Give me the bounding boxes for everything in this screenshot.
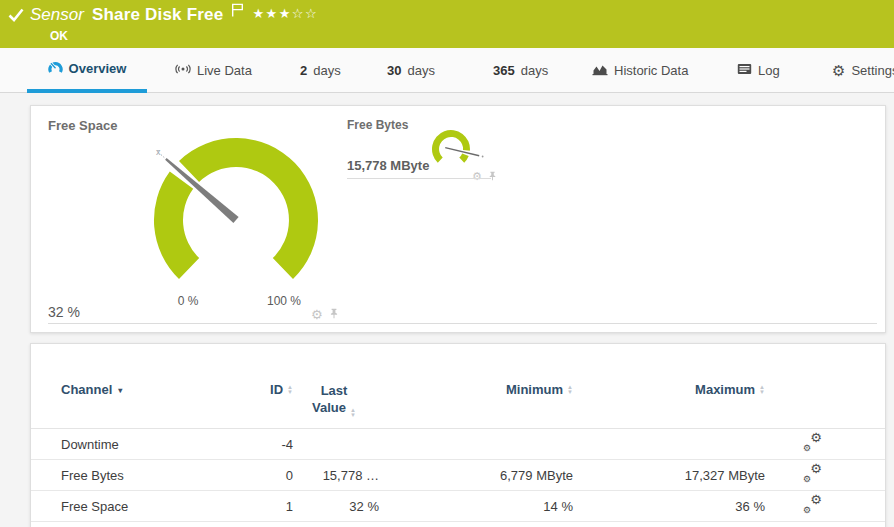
channel-name: Downtime (31, 437, 231, 452)
sort-icon: ▲▼ (759, 385, 765, 395)
gear-icon[interactable]: ⚙ (311, 308, 323, 321)
tab-30-days[interactable]: 30 days (387, 48, 435, 93)
mini-gauge-divider (347, 178, 491, 179)
tab-365-days[interactable]: 365 days (493, 48, 548, 93)
channel-maximum: 17,327 MByte (573, 468, 765, 483)
sort-dropdown-icon: ▾ (118, 386, 122, 395)
sensor-status-bar: Sensor Share Disk Free ★★★☆☆ OK (0, 0, 894, 48)
sensor-title-line: Sensor Share Disk Free ★★★☆☆ (30, 5, 318, 25)
table-header-row: Channel ▾ ID ▲▼ Last Value▲▼ Minimum ▲▼ … (31, 382, 885, 429)
star-rating[interactable]: ★★★☆☆ (252, 6, 318, 21)
tab-label: Log (758, 63, 780, 78)
column-header-maximum[interactable]: Maximum ▲▼ (573, 382, 765, 397)
channel-minimum: 14 % (379, 499, 573, 514)
tab-log[interactable]: Log (737, 48, 780, 93)
ok-checkmark-icon (8, 8, 24, 26)
free-space-value: 32 % (48, 304, 80, 320)
sort-icon: ▲▼ (350, 408, 356, 418)
tab-historic-data[interactable]: Historic Data (592, 48, 688, 93)
tab-label-number: 30 (387, 63, 401, 78)
gear-icon: ⚙ (832, 63, 845, 78)
free-bytes-gauge-title: Free Bytes (347, 118, 408, 132)
tab-label-number: 2 (300, 63, 307, 78)
free-space-gauge[interactable]: x̄ (151, 135, 323, 285)
tab-2-days[interactable]: 2 days (300, 48, 341, 93)
channel-minimum: 6,779 MByte (379, 468, 573, 483)
tab-label: days (521, 63, 548, 78)
channel-maximum: 36 % (573, 499, 765, 514)
flag-icon[interactable] (231, 3, 244, 21)
tab-settings[interactable]: ⚙ Settings (832, 48, 894, 93)
table-row: Free Bytes 0 15,778 … 6,779 MByte 17,327… (31, 460, 885, 491)
channel-settings-gears-icon[interactable]: ⚙⚙ (803, 496, 822, 513)
sensor-type-label: Sensor (30, 5, 84, 25)
tab-label: Settings (851, 63, 894, 78)
gear-icon[interactable]: ⚙ (472, 171, 482, 182)
gauges-panel: Free Space x̄ 0 % 100 % 32 % ⚙ Free Byte… (30, 105, 886, 333)
log-icon (737, 63, 752, 78)
pin-icon[interactable] (329, 305, 339, 323)
channel-settings-gears-icon[interactable]: ⚙⚙ (803, 434, 822, 451)
sensor-status: OK (50, 29, 68, 43)
column-header-id[interactable]: ID ▲▼ (231, 382, 293, 397)
sensor-title: Share Disk Free (92, 5, 224, 25)
gauge-max-label: 100 % (267, 294, 301, 308)
prtg-sensor-page: Sensor Share Disk Free ★★★☆☆ OK Overview (0, 0, 894, 527)
gauge-block-divider (48, 323, 877, 324)
table-row: Downtime -4 ⚙⚙ (31, 429, 885, 460)
tab-label: Live Data (197, 63, 252, 78)
tab-label-number: 365 (493, 63, 515, 78)
channel-id: -4 (231, 437, 293, 452)
tab-live-data[interactable]: Live Data (175, 48, 252, 93)
tab-label: Historic Data (614, 63, 688, 78)
column-header-last-value[interactable]: Last Value▲▼ (293, 382, 379, 418)
tab-bar: Overview Live Data 2 days 30 days (0, 48, 894, 93)
channel-last-value: 32 % (293, 499, 379, 514)
tab-label: days (407, 63, 434, 78)
channel-name: Free Space (31, 499, 231, 514)
channel-id: 0 (231, 468, 293, 483)
free-bytes-value: 15,778 MByte (347, 158, 429, 173)
historic-data-icon (592, 63, 608, 79)
channel-name: Free Bytes (31, 468, 231, 483)
channel-last-value: 15,778 … (293, 468, 379, 483)
gauge-min-label: 0 % (178, 294, 199, 308)
channel-settings-gears-icon[interactable]: ⚙⚙ (803, 465, 822, 482)
channels-table-panel: Channel ▾ ID ▲▼ Last Value▲▼ Minimum ▲▼ … (30, 343, 886, 527)
channel-id: 1 (231, 499, 293, 514)
free-bytes-gauge-actions: ⚙ (472, 167, 497, 185)
column-header-minimum[interactable]: Minimum ▲▼ (379, 382, 573, 397)
column-header-channel[interactable]: Channel ▾ (31, 382, 231, 397)
tab-label: Overview (69, 61, 127, 76)
live-data-icon (175, 62, 191, 79)
gauge-icon (48, 60, 63, 77)
tab-overview[interactable]: Overview (27, 48, 147, 93)
free-space-gauge-title: Free Space (48, 118, 117, 133)
tab-label: days (313, 63, 340, 78)
free-space-gauge-actions: ⚙ (311, 305, 339, 323)
pin-icon[interactable] (488, 167, 497, 185)
table-row: Free Space 1 32 % 14 % 36 % ⚙⚙ (31, 491, 885, 522)
average-marker: x̄ (156, 147, 161, 157)
